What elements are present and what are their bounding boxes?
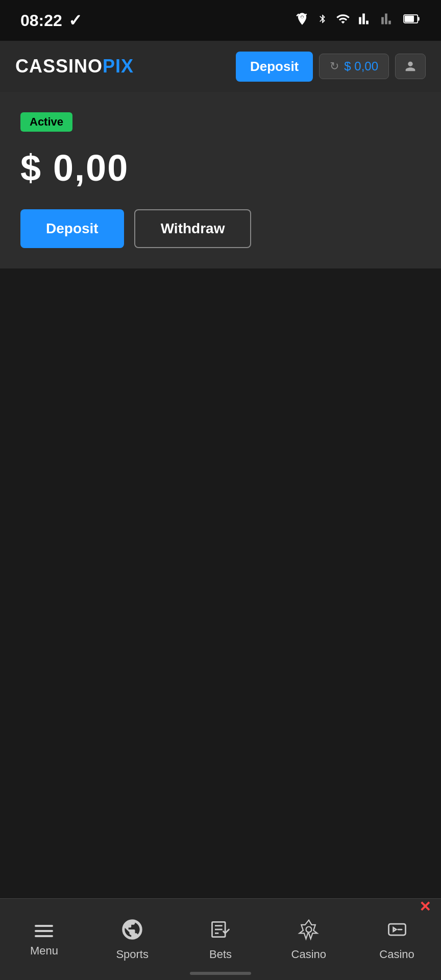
status-icons [295,12,421,30]
account-section: Active $ 0,00 Deposit Withdraw [0,92,441,268]
svg-point-9 [306,926,311,932]
home-indicator [190,972,251,975]
header-deposit-button[interactable]: Deposit [236,52,313,82]
app-logo: CASSINOPIX [15,56,134,77]
svg-rect-3 [418,17,419,20]
svg-rect-2 [405,15,414,21]
bluetooth-icon [317,12,328,30]
logo-cassino: CASSINO [15,56,103,77]
nav-item-menu[interactable]: Menu [0,917,88,963]
avatar-button[interactable] [395,54,426,79]
nav-label-sports: Sports [116,948,149,961]
svg-point-0 [301,16,304,18]
header-balance: ↻ $ 0,00 [319,54,389,79]
time-display: 08:22 [20,11,62,30]
withdraw-button[interactable]: Withdraw [134,209,252,248]
app-header: CASSINOPIX Deposit ↻ $ 0,00 [0,41,441,92]
main-content [0,268,441,973]
status-time: 08:22 ✓ [20,11,82,30]
wifi-icon [336,12,350,30]
active-badge: Active [20,112,72,132]
status-bar: 08:22 ✓ [0,0,441,41]
deposit-button[interactable]: Deposit [20,209,124,248]
bottom-nav: Menu Sports Bets [0,898,441,980]
account-buttons: Deposit Withdraw [20,209,421,248]
sports-icon [121,918,143,944]
signal-icon-2 [381,12,395,30]
casino-icon [298,918,320,944]
header-actions: Deposit ↻ $ 0,00 [236,52,426,82]
bets-icon [209,918,232,944]
nav-label-casino: Casino [291,948,326,961]
nav-label-bets: Bets [209,948,232,961]
close-x-badge: ✕ [419,898,431,915]
nav-label-menu: Menu [30,944,58,958]
nav-label-casino2: Casino [379,948,414,961]
alarm-icon [295,12,309,30]
header-balance-amount: $ 0,00 [344,59,378,74]
account-balance: $ 0,00 [20,147,421,189]
nav-item-casino[interactable]: Casino [264,913,353,966]
refresh-icon[interactable]: ↻ [330,60,339,73]
user-icon [403,59,418,74]
nav-item-sports[interactable]: Sports [88,913,177,966]
menu-icon [34,922,54,940]
logo-pix: PIX [103,56,134,77]
casino2-icon [386,918,408,944]
battery-icon [403,12,421,30]
check-icon: ✓ [68,11,82,30]
nav-item-casino2[interactable]: Casino [353,913,441,966]
signal-icon [358,12,373,30]
nav-item-bets[interactable]: Bets [177,913,265,966]
